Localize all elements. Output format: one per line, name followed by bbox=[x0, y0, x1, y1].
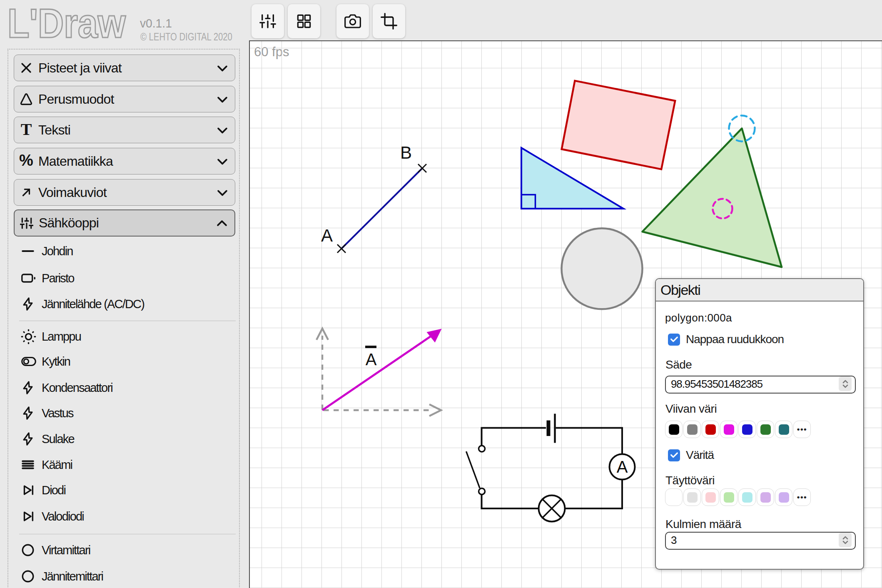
svg-text:A: A bbox=[617, 458, 628, 476]
svg-text:A: A bbox=[366, 350, 377, 369]
svg-text:A: A bbox=[321, 226, 333, 245]
svg-text:B: B bbox=[400, 143, 412, 162]
